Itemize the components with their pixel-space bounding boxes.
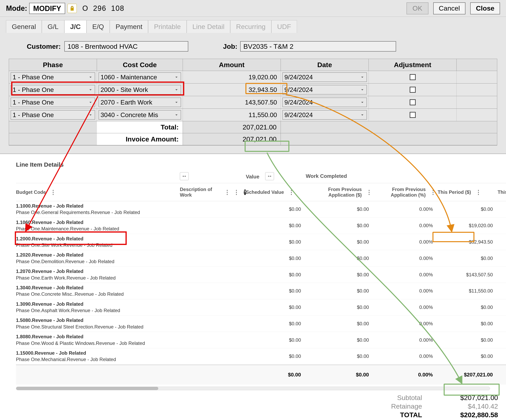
col-date: Date [281,59,369,71]
amount-value[interactable]: 19,020.00 [185,73,279,81]
from-prev-amt: $0.00 [306,288,374,294]
expand-horizontal-icon[interactable] [265,172,274,180]
chevron-down-icon [174,100,179,105]
phase-value: 1 - Phase One [13,73,54,81]
kebab-icon[interactable]: ⋮ [474,189,483,196]
lid-row: 1.2020.Revenue - Job RelatedPhase One.De… [16,250,506,267]
tab-line-detail: Line Detail [187,20,230,33]
jc-row: 1 - Phase One3040 - Concrete Mis11,550.0… [9,109,497,121]
kebab-icon[interactable]: ⋮ [428,189,438,196]
adjustment-checkbox[interactable] [410,99,416,105]
phase-dropdown[interactable]: 1 - Phase One [11,72,95,82]
scheduled-value: $0.00 [246,272,306,278]
budget-code: 1.15000.Revenue - Job Related [16,350,180,356]
lid-row: 1.1000.Revenue - Job RelatedPhase One.Ge… [16,201,506,218]
invoice-amount-label: Invoice Amount: [126,135,179,143]
this-period-amt: $11,550.00 [438,288,498,294]
lock-icon [67,4,77,13]
date-dropdown[interactable]: 9/24/2024 [282,85,367,94]
col-from-prev-pct[interactable]: From Previous Application (%) [374,187,426,198]
costcode-dropdown[interactable]: 1060 - Maintenance [99,72,181,82]
line-item-details-header: Line Item Details [16,161,506,168]
this-period-amt: $0.00 [438,305,498,310]
phase-value: 1 - Phase One [13,99,54,106]
col-description[interactable]: Description of Work [180,187,220,198]
kebab-icon[interactable]: ⋮ [49,189,58,196]
budget-desc: Phase One.Mechanical.Revenue - Job Relat… [16,356,180,363]
subtotal-value: $207,021.00 [438,394,498,402]
adjustment-checkbox[interactable] [410,112,416,118]
col-from-prev-amt[interactable]: From Previous Application ($) [306,187,362,198]
phase-dropdown[interactable]: 1 - Phase One [11,110,95,120]
cancel-button[interactable]: Cancel [433,2,466,14]
chevron-down-icon [88,74,93,80]
scrollbar-thumb[interactable] [16,387,158,390]
from-prev-pct: 0.00% [374,288,438,294]
total-label: TOTAL [378,411,422,419]
work-completed-header: Work Completed [306,173,498,179]
tab-payment[interactable]: Payment [110,20,148,33]
costcode-dropdown[interactable]: 3040 - Concrete Mis [99,110,181,120]
date-dropdown[interactable]: 9/24/2024 [282,110,367,120]
from-prev-pct: 0.00% [374,305,438,310]
this-period-amt: $0.00 [438,207,498,212]
customer-label: Customer: [27,43,61,50]
from-prev-amt: $0.00 [306,256,374,261]
col-this-period[interactable]: This Period ($) [438,189,471,195]
this-period-amt: $32,943.50 [438,239,498,245]
col-budget-code[interactable]: Budget Code [16,189,46,195]
budget-code: 1.2070.Revenue - Job Related [16,268,180,274]
tab-printable: Printable [148,20,186,33]
scheduled-value: $0.00 [246,321,306,327]
tab-general[interactable]: General [6,20,42,33]
kebab-icon[interactable]: ⋮ [365,189,374,196]
from-prev-pct: 0.00% [374,337,438,343]
kebab-icon[interactable]: ⋮ [287,189,296,196]
adjustment-checkbox[interactable] [410,74,416,80]
invoice-amount-value: 207,021.00 [183,133,281,145]
job-field[interactable]: BV2035 - T&M 2 [240,41,396,52]
tab-eq[interactable]: E/Q [87,20,110,33]
amount-value[interactable]: 32,943.50 [185,86,279,93]
from-prev-pct: 0.00% [374,223,438,228]
close-button[interactable]: Close [470,2,500,14]
col-this-truncated[interactable]: This [498,189,506,195]
col-amount: Amount [183,59,281,71]
phase-dropdown[interactable]: 1 - Phase One [11,85,95,94]
from-prev-amt: $0.00 [306,239,374,245]
date-dropdown[interactable]: 9/24/2024 [282,98,367,107]
jc-grid: Phase Cost Code Amount Date Adjustment 1… [9,59,497,146]
from-prev-pct: 0.00% [374,353,438,359]
total-label: Total: [161,123,179,131]
chevron-down-icon [88,87,93,92]
jc-row: 1 - Phase One1060 - Maintenance19,020.00… [9,71,497,84]
date-dropdown[interactable]: 9/24/2024 [282,72,367,82]
from-prev-pct: 0.00% [374,321,438,327]
lid-row: 1.2070.Revenue - Job RelatedPhase One.Ea… [16,267,506,283]
scheduled-value: $0.00 [246,337,306,343]
kebab-icon[interactable]: ⋮ [223,189,232,196]
tab-gl[interactable]: G/L [42,20,64,33]
kebab-icon[interactable]: ⋮ [232,189,241,196]
costcode-dropdown[interactable]: 2070 - Earth Work [99,98,181,107]
adjustment-checkbox[interactable] [410,87,416,93]
col-scheduled-value[interactable]: Scheduled Value [246,189,284,195]
phase-dropdown[interactable]: 1 - Phase One [11,98,95,107]
lid-row: 1.3040.Revenue - Job RelatedPhase One.Co… [16,283,506,299]
lid-row: 1.8080.Revenue - Job RelatedPhase One.Wo… [16,332,506,348]
chevron-down-icon [88,112,93,118]
chevron-down-icon [88,100,93,105]
col-phase: Phase [9,59,97,71]
chevron-down-icon [360,87,365,92]
this-period-amt: $0.00 [438,256,498,261]
expand-horizontal-icon[interactable] [180,172,189,180]
date-value: 9/24/2024 [284,86,313,93]
customer-field[interactable]: 108 - Brentwood HVAC [64,41,188,52]
amount-value[interactable]: 11,550.00 [185,111,279,119]
tab-jc[interactable]: J/C [64,20,87,33]
amount-value[interactable]: 143,507.50 [185,99,279,106]
horizontal-scrollbar[interactable] [16,387,490,390]
budget-desc: Phase One.Wood & Plastic Windows.Revenue… [16,340,180,347]
costcode-dropdown[interactable]: 2000 - Site Work [99,85,181,94]
ok-button[interactable]: OK [406,2,428,14]
